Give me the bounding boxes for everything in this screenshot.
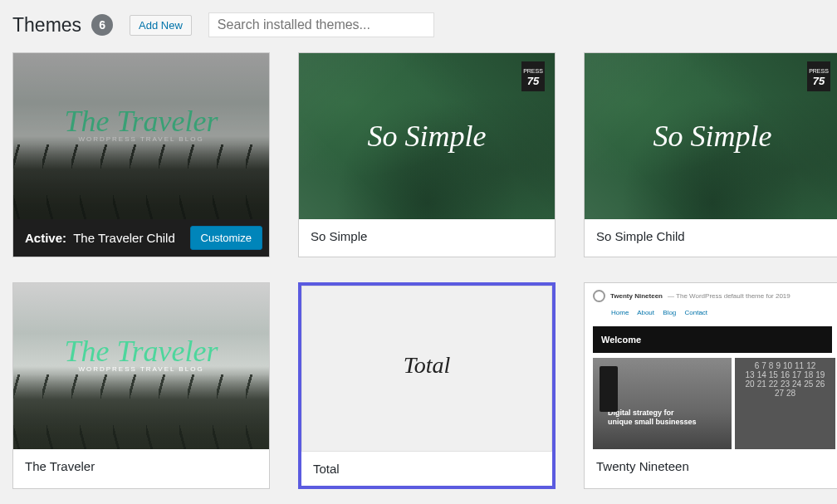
preview-subtitle: WORDPRESS TRAVEL BLOG	[65, 365, 218, 373]
tn-grid: Digital strategy for unique small busine…	[593, 358, 832, 449]
preview-title: So Simple	[368, 119, 487, 154]
tn-tagline: — The WordPress default theme for 2019	[668, 292, 790, 300]
theme-preview: Twenty Nineteen — The WordPress default …	[585, 283, 837, 449]
press75-badge-icon: PRESS 75	[807, 61, 830, 91]
tn-nav: Home About Blog Contact	[585, 309, 837, 321]
theme-preview: Total	[301, 286, 552, 452]
search-themes-input[interactable]	[208, 12, 434, 37]
theme-card-total[interactable]: Total Total	[298, 282, 556, 489]
tn-site-name: Twenty Nineteen	[610, 292, 663, 300]
theme-card-twenty-nineteen[interactable]: Twenty Nineteen — The WordPress default …	[584, 282, 837, 489]
theme-count-badge: 6	[91, 14, 113, 36]
preview-content: The Traveler WORDPRESS TRAVEL BLOG	[65, 104, 218, 143]
tn-copy: Digital strategy for unique small busine…	[608, 409, 697, 428]
theme-name: So Simple	[311, 229, 367, 243]
tn-calendar: 6789101112 13141516171819 20212223242526…	[735, 358, 835, 449]
page-title-text: Themes	[12, 14, 81, 37]
theme-card-so-simple[interactable]: PRESS 75 So Simple So Simple	[298, 52, 556, 257]
theme-footer: So Simple	[299, 219, 555, 253]
preview-title: So Simple	[653, 119, 772, 154]
theme-name: Total	[313, 462, 340, 476]
theme-name: Twenty Nineteen	[596, 459, 689, 473]
theme-name: So Simple Child	[596, 229, 685, 243]
tn-photo: Digital strategy for unique small busine…	[593, 358, 732, 449]
theme-footer: Twenty Nineteen	[585, 449, 837, 483]
theme-card-so-simple-child[interactable]: PRESS 75 So Simple So Simple Child	[584, 52, 837, 257]
tn-header: Twenty Nineteen — The WordPress default …	[585, 283, 837, 309]
active-theme-label: Active: The Traveler Child	[25, 231, 175, 245]
add-new-button[interactable]: Add New	[130, 15, 192, 36]
theme-preview: PRESS 75 So Simple	[585, 53, 837, 219]
themes-grid: The Traveler WORDPRESS TRAVEL BLOG Activ…	[12, 52, 825, 489]
customize-button[interactable]: Customize	[190, 226, 262, 250]
theme-preview: The Traveler WORDPRESS TRAVEL BLOG	[13, 283, 269, 449]
theme-footer: So Simple Child	[585, 219, 837, 253]
wordpress-logo-icon	[593, 290, 605, 302]
theme-preview: The Traveler WORDPRESS TRAVEL BLOG	[13, 53, 269, 219]
theme-footer: Total	[301, 452, 552, 486]
theme-preview: PRESS 75 So Simple	[299, 53, 555, 219]
preview-title: The Traveler	[65, 104, 218, 139]
active-prefix: Active:	[25, 231, 66, 245]
active-name: The Traveler Child	[73, 231, 175, 245]
preview-title: The Traveler	[65, 334, 218, 369]
preview-subtitle: WORDPRESS TRAVEL BLOG	[65, 135, 218, 143]
theme-card-active[interactable]: The Traveler WORDPRESS TRAVEL BLOG Activ…	[12, 52, 270, 257]
theme-card-traveler[interactable]: The Traveler WORDPRESS TRAVEL BLOG The T…	[12, 282, 270, 489]
preview-title: Total	[404, 352, 451, 379]
press75-badge-icon: PRESS 75	[521, 61, 545, 91]
theme-footer: The Traveler	[13, 449, 269, 483]
preview-content: The Traveler WORDPRESS TRAVEL BLOG	[65, 334, 218, 373]
theme-name: The Traveler	[25, 459, 95, 473]
page-title: Themes 6	[12, 14, 113, 37]
tn-hero: Welcome	[593, 326, 832, 353]
theme-footer-active: Active: The Traveler Child Customize	[13, 219, 269, 257]
themes-header: Themes 6 Add New	[12, 12, 825, 37]
